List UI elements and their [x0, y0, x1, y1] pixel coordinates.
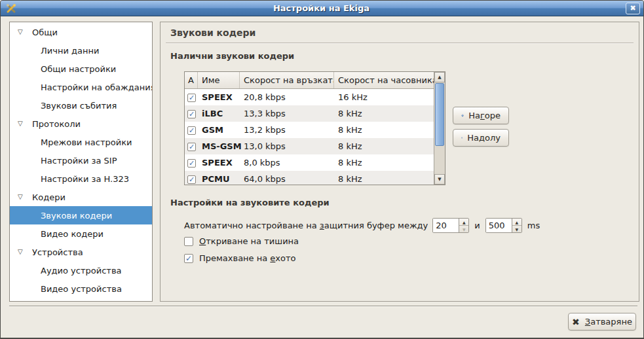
codecs-section-title: Налични звукови кодери — [170, 51, 294, 61]
window-title: Настройки на Ekiga — [17, 3, 626, 13]
silence-detection-checkbox[interactable] — [184, 237, 193, 246]
scroll-down-icon[interactable]: ▼ — [434, 174, 445, 185]
tree-label: Мрежови настройки — [41, 137, 132, 147]
move-up-button[interactable]: Нагоре — [453, 107, 509, 124]
codec-checkbox[interactable]: ✓ — [187, 94, 196, 102]
tree-item-audio-devices[interactable]: Аудио устройства — [10, 261, 152, 279]
scroll-up-icon[interactable]: ▲ — [434, 72, 445, 82]
tree-label: Общи — [32, 27, 58, 37]
jitter-max-input[interactable] — [486, 219, 512, 232]
tree-item-general-settings[interactable]: Общи настройки — [10, 60, 152, 78]
echo-cancellation-label: Премахване на ехото — [199, 253, 296, 263]
tree-item-sound-events[interactable]: Звукови събития — [10, 96, 152, 115]
tree-item-personal-data[interactable]: Лични данни — [10, 41, 152, 60]
window-close-button[interactable]: ✖ — [626, 3, 640, 14]
close-button-label: Затваряне — [585, 317, 632, 327]
codec-clockrate: 8 kHz — [334, 174, 445, 184]
table-row[interactable]: ✓ GSM 13,2 kbps 8 kHz — [185, 122, 445, 138]
silence-detection-option[interactable]: Откриване на тишина — [184, 236, 299, 246]
codec-table: A Име Скорост на връзката Скорост на час… — [184, 71, 445, 185]
arrow-down-icon — [461, 133, 463, 143]
footer-separator — [9, 306, 637, 307]
table-row[interactable]: ✓ SPEEX 8,0 kbps 8 kHz — [185, 154, 445, 171]
codec-checkbox[interactable]: ✓ — [187, 143, 196, 151]
close-icon: ✖ — [630, 4, 635, 12]
codec-checkbox[interactable]: ✓ — [187, 110, 196, 118]
close-button[interactable]: ✖ Затваряне — [568, 313, 636, 330]
move-down-button[interactable]: Надолу — [453, 129, 509, 147]
jitter-max-spinner[interactable]: ▲ ▼ — [485, 218, 522, 233]
tree-item-video-devices[interactable]: Видео устройства — [10, 279, 152, 298]
tree-group-general[interactable]: ▽ Общи — [10, 23, 152, 41]
codec-name: SPEEX — [198, 92, 240, 102]
codec-checkbox[interactable]: ✓ — [187, 126, 196, 135]
codec-name: iLBC — [198, 109, 240, 118]
tree-item-call-options[interactable]: Настройки на обажданията — [10, 78, 152, 96]
tools-icon — [5, 3, 17, 14]
table-row[interactable]: ✓ MS-GSM 13,0 kbps 8 kHz — [185, 138, 445, 154]
tree-label: Настройки на обажданията — [41, 82, 153, 92]
jitter-min-input[interactable] — [433, 219, 459, 232]
page-title: Звукови кодери — [170, 27, 256, 38]
col-header-active[interactable]: A — [185, 72, 198, 88]
tree-item-h323-settings[interactable]: Настройки за H.323 — [10, 170, 152, 188]
codec-clockrate: 8 kHz — [334, 141, 445, 151]
tree-label: Настройки за SIP — [41, 156, 117, 166]
tree-group-codecs[interactable]: ▽ Кодери — [10, 188, 152, 206]
codec-bitrate: 8,0 kbps — [240, 158, 334, 168]
spinner-buttons[interactable]: ▲ ▼ — [512, 219, 521, 232]
tree-item-sip-settings[interactable]: Настройки за SIP — [10, 151, 152, 170]
jitter-conjunction: и — [474, 221, 480, 230]
echo-cancellation-checkbox[interactable]: ✓ — [184, 254, 193, 263]
spin-down-icon[interactable]: ▼ — [512, 226, 521, 232]
arrow-up-icon — [461, 111, 464, 120]
table-row[interactable]: ✓ iLBC 13,3 kbps 8 kHz — [185, 105, 445, 122]
spin-down-icon[interactable]: ▼ — [459, 226, 468, 232]
tree-item-network-settings[interactable]: Мрежови настройки — [10, 133, 152, 151]
expander-icon[interactable]: ▽ — [18, 29, 28, 35]
expander-icon[interactable]: ▽ — [18, 194, 28, 200]
titlebar[interactable]: Настройки на Ekiga ✖ — [1, 1, 643, 16]
codec-clockrate: 8 kHz — [334, 158, 445, 168]
move-up-label: Нагоре — [468, 111, 501, 120]
codec-clockrate: 8 kHz — [334, 109, 445, 118]
expander-icon[interactable]: ▽ — [18, 249, 28, 255]
spin-up-icon[interactable]: ▲ — [459, 219, 468, 226]
scrollbar-thumb[interactable] — [435, 83, 444, 146]
tree-label: Протоколи — [32, 119, 81, 129]
codec-clockrate: 16 kHz — [334, 92, 445, 102]
tree-item-audio-codecs[interactable]: Звукови кодери — [10, 206, 152, 224]
codec-checkbox[interactable]: ✓ — [187, 159, 196, 168]
tree-label: Видео кодери — [41, 229, 104, 239]
echo-cancellation-option[interactable]: ✓ Премахване на ехото — [184, 253, 296, 263]
col-header-bitrate[interactable]: Скорост на връзката — [240, 72, 334, 88]
jitter-buffer-label: Автоматично настройване на защитния буфе… — [184, 221, 428, 230]
tree-item-video-codecs[interactable]: Видео кодери — [10, 224, 152, 243]
tree-group-devices[interactable]: ▽ Устройства — [10, 243, 152, 261]
codec-bitrate: 64,0 kbps — [240, 174, 334, 184]
tree-label: Кодери — [32, 192, 66, 202]
tree-label: Лични данни — [41, 46, 99, 56]
tree-label: Аудио устройства — [41, 266, 122, 276]
codec-checkbox[interactable]: ✓ — [187, 175, 196, 184]
table-scrollbar[interactable]: ▲ ▼ — [434, 72, 445, 185]
table-row[interactable]: ✓ PCMU 64,0 kbps 8 kHz — [185, 171, 445, 185]
col-header-clockrate[interactable]: Скорост на часовника — [334, 72, 445, 88]
tree-label: Звукови кодери — [41, 211, 112, 221]
table-row[interactable]: ✓ SPEEX 20,8 kbps 16 kHz — [185, 89, 445, 105]
spin-up-icon[interactable]: ▲ — [512, 219, 521, 226]
close-x-icon: ✖ — [572, 317, 580, 327]
codec-bitrate: 20,8 kbps — [240, 92, 334, 102]
jitter-min-spinner[interactable]: ▲ ▼ — [432, 218, 469, 233]
codec-bitrate: 13,2 kbps — [240, 125, 334, 135]
expander-icon[interactable]: ▽ — [18, 120, 28, 127]
codec-name: MS-GSM — [198, 141, 240, 151]
tree-group-protocols[interactable]: ▽ Протоколи — [10, 115, 152, 133]
silence-detection-label: Откриване на тишина — [199, 236, 299, 246]
codec-name: GSM — [198, 125, 240, 135]
preferences-tree: ▽ Общи Лични данни Общи настройки Настро… — [9, 22, 153, 302]
col-header-name[interactable]: Име — [198, 72, 240, 88]
codec-bitrate: 13,0 kbps — [240, 141, 334, 151]
spinner-buttons[interactable]: ▲ ▼ — [459, 219, 468, 232]
tree-label: Звукови събития — [41, 101, 117, 111]
